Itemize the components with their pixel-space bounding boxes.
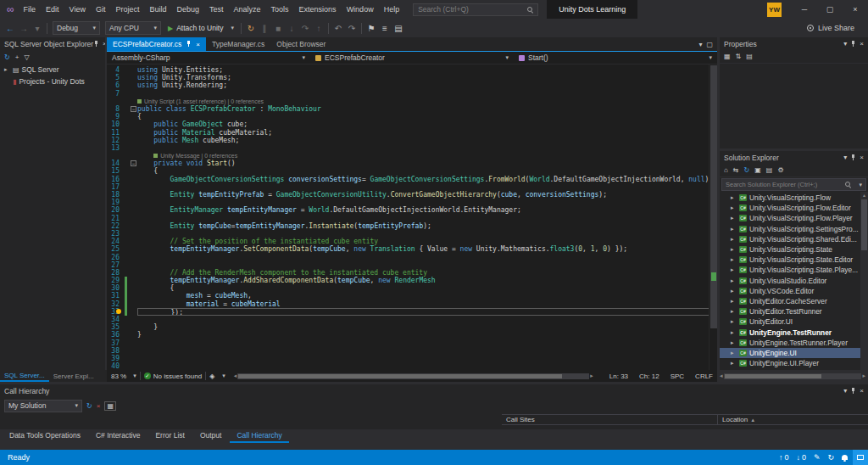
refresh-icon[interactable]: ↻ [86, 402, 92, 410]
navigate-forward-icon[interactable]: → [17, 24, 31, 33]
tree-item[interactable]: ▮Projects - Unity Dots [0, 76, 105, 87]
comment-icon[interactable]: ▤ [392, 24, 405, 33]
editor-margin[interactable] [122, 362, 130, 370]
editor-margin[interactable] [122, 300, 130, 308]
code-text[interactable]: tempEntityManager.AddSharedComponentData… [137, 277, 717, 284]
hot-reload-icon[interactable]: ↻ [244, 24, 258, 33]
code-text[interactable] [137, 183, 717, 191]
code-text[interactable] [137, 230, 717, 238]
code-text[interactable] [137, 215, 717, 222]
show-all-files-icon[interactable]: ▤ [766, 166, 773, 174]
editor-margin[interactable] [122, 137, 130, 144]
editor-margin[interactable] [122, 261, 130, 269]
solution-name-badge[interactable]: Unity Dots Learning [547, 0, 637, 19]
editor-margin[interactable] [122, 144, 130, 152]
chevron-down-icon[interactable]: ▾ [843, 40, 847, 48]
code-text[interactable] [137, 90, 717, 98]
tool-tab-server-expl-[interactable]: Server Expl... [49, 370, 98, 382]
code-text[interactable] [137, 355, 717, 362]
bookmark-icon[interactable]: ⚑ [364, 24, 378, 33]
tab-list-chevron-icon[interactable]: ▾ [698, 41, 702, 48]
code-text[interactable]: using Unity.Transforms; [137, 74, 717, 81]
code-text[interactable] [137, 261, 717, 269]
scroll-right-icon[interactable]: ▸ [861, 373, 866, 379]
solution-horizontal-scrollbar[interactable]: ◂ ▸ [717, 370, 868, 382]
fold-collapse-icon[interactable]: − [131, 160, 136, 166]
menu-project[interactable]: Project [110, 0, 144, 19]
line-ending-indicator[interactable]: CRLF [695, 373, 713, 380]
solution-item[interactable]: ▸C#Unity.VisualScripting.SettingsPro... [720, 224, 868, 234]
panel-tab-data-tools-operations[interactable]: Data Tools Operations [3, 429, 87, 443]
editor-margin[interactable] [122, 292, 130, 300]
close-icon[interactable]: × [196, 41, 200, 48]
properties-icon[interactable]: ⚙ [777, 166, 783, 174]
editor-vertical-scrollbar[interactable] [709, 64, 717, 370]
editor-margin[interactable] [122, 191, 130, 199]
solution-item[interactable]: ▸C#UnityEditor.UI [720, 317, 868, 327]
chevron-right-icon[interactable]: ▸ [731, 318, 737, 325]
tree-item[interactable]: ▸▤SQL Server [0, 64, 105, 76]
scrollbar-thumb[interactable] [861, 199, 867, 250]
space-mode-indicator[interactable]: SPC [670, 373, 684, 380]
commits-ahead-indicator[interactable]: ↑ 0 [779, 453, 789, 462]
indent-icon[interactable]: ≡ [378, 24, 392, 33]
code-text[interactable]: public GameObject cube; [137, 120, 717, 128]
chevron-right-icon[interactable]: ▸ [731, 308, 737, 315]
editor-margin[interactable] [122, 355, 130, 362]
horizontal-scrollbar[interactable]: ◂ ▸ [233, 373, 594, 380]
column-header-location[interactable]: Location ▲ [717, 415, 868, 424]
editor-margin[interactable] [122, 98, 130, 105]
chevron-right-icon[interactable]: ▸ [731, 329, 737, 336]
menu-tools[interactable]: Tools [266, 0, 294, 19]
pause-icon[interactable]: ∥ [258, 24, 271, 33]
scroll-right-icon[interactable]: ▸ [589, 373, 594, 379]
commits-behind-indicator[interactable]: ↓ 0 [796, 453, 806, 462]
tab-object-browser[interactable]: Object Browser [270, 37, 331, 51]
switch-views-icon[interactable]: ⇆ [733, 166, 739, 174]
code-text[interactable] [137, 254, 717, 261]
close-icon[interactable]: × [860, 40, 864, 48]
chevron-right-icon[interactable]: ▸ [731, 246, 737, 253]
code-text[interactable]: { [137, 284, 717, 292]
minimize-button[interactable]: ─ [792, 0, 817, 19]
pending-edits-icon[interactable]: ✎ [814, 453, 821, 462]
split-window-icon[interactable]: ▢ [706, 41, 713, 48]
code-text[interactable] [137, 316, 717, 323]
feedback-button[interactable] [853, 450, 868, 465]
project-dropdown[interactable]: Assembly-CSharp ▾ [107, 52, 310, 64]
remove-root-icon[interactable]: × [97, 402, 101, 410]
step-out-icon[interactable]: ↑ [312, 24, 326, 33]
solution-item[interactable]: ▸C#UnityEditor.TestRunner [720, 306, 868, 317]
chevron-right-icon[interactable]: ▸ [731, 339, 737, 346]
editor-margin[interactable] [122, 245, 130, 253]
pin-icon[interactable] [850, 388, 856, 395]
chevron-right-icon[interactable]: ▸ [4, 66, 10, 73]
editor-margin[interactable] [122, 269, 130, 277]
editor-margin[interactable] [122, 113, 130, 120]
chevron-right-icon[interactable]: ▸ [731, 236, 737, 243]
editor-margin[interactable] [122, 176, 130, 183]
chevron-right-icon[interactable]: ▸ [731, 226, 737, 232]
editor-margin[interactable] [122, 167, 130, 175]
home-icon[interactable]: ⌂ [724, 166, 728, 174]
chevron-right-icon[interactable]: ▸ [731, 350, 737, 356]
editor-margin[interactable] [122, 222, 130, 230]
editor-margin[interactable] [122, 74, 130, 81]
editor-margin[interactable] [122, 284, 130, 292]
solution-vertical-scrollbar[interactable]: ▴ [860, 192, 868, 370]
chevron-right-icon[interactable]: ▸ [731, 256, 737, 263]
scrollbar-thumb[interactable] [238, 374, 562, 378]
editor-margin[interactable] [122, 66, 130, 74]
panel-tab-c-interactive[interactable]: C# Interactive [89, 429, 147, 443]
code-text[interactable] [137, 362, 717, 370]
code-text[interactable]: }); [137, 308, 717, 316]
platform-dropdown[interactable]: Any CPU▾ [105, 21, 161, 35]
editor-margin[interactable] [122, 238, 130, 245]
navigation-chevron-icon[interactable]: ▾ [31, 24, 44, 33]
editor-margin[interactable] [122, 160, 130, 167]
menu-extensions[interactable]: Extensions [294, 0, 342, 19]
editor-margin[interactable] [122, 331, 130, 339]
menu-file[interactable]: File [19, 0, 42, 19]
fold-margin[interactable]: − [130, 160, 137, 167]
menu-debug[interactable]: Debug [172, 0, 205, 19]
